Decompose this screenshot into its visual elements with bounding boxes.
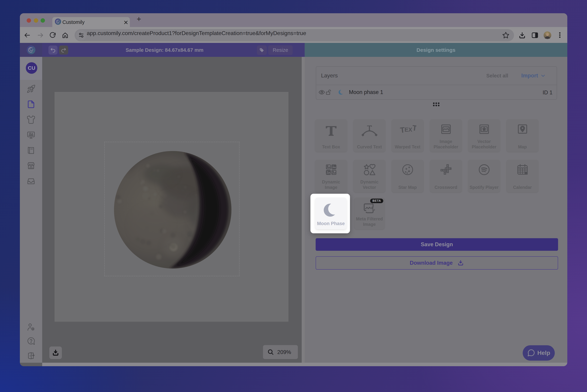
- svg-text:T: T: [412, 124, 416, 132]
- svg-text:X: X: [408, 126, 412, 133]
- svg-text:E: E: [405, 126, 408, 133]
